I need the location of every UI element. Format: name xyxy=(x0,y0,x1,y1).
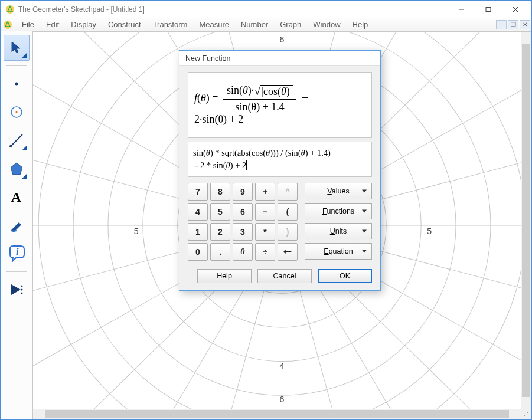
tool-text[interactable]: A xyxy=(4,184,30,210)
key-lparen[interactable]: ( xyxy=(278,203,298,221)
resize-grip-icon[interactable] xyxy=(521,409,531,419)
chevron-down-icon xyxy=(362,210,367,213)
menu-transform[interactable]: Transform xyxy=(147,19,194,30)
svg-rect-2 xyxy=(486,8,491,12)
horizontal-scrollbar[interactable] xyxy=(33,409,521,419)
key-1[interactable]: 1 xyxy=(188,223,208,241)
svg-point-8 xyxy=(15,111,17,113)
key-8[interactable]: 8 xyxy=(210,183,230,201)
chevron-corner-icon xyxy=(22,146,27,150)
svg-line-42 xyxy=(526,414,528,416)
svg-text:5: 5 xyxy=(134,227,139,236)
app-icon xyxy=(5,5,15,14)
tool-selection-arrow[interactable] xyxy=(4,35,30,61)
menu-display[interactable]: Display xyxy=(65,19,102,30)
toolbox: A i xyxy=(1,31,32,419)
key-9[interactable]: 9 xyxy=(233,183,253,201)
tool-marker[interactable] xyxy=(4,212,30,238)
dropdown-units[interactable]: Units xyxy=(305,223,372,239)
key-minus[interactable]: − xyxy=(255,203,275,221)
svg-point-14 xyxy=(21,289,22,291)
svg-marker-11 xyxy=(11,163,22,175)
key-3[interactable]: 3 xyxy=(233,223,253,241)
menu-help[interactable]: Help xyxy=(347,19,374,30)
key-caret[interactable]: ^ xyxy=(278,183,298,201)
menu-number[interactable]: Number xyxy=(235,19,274,30)
window-titlebar: The Geometer's Sketchpad - [Untitled 1] xyxy=(1,1,531,18)
chevron-down-icon xyxy=(362,230,367,233)
svg-point-13 xyxy=(21,286,22,287)
vertical-scrollbar[interactable] xyxy=(521,32,531,409)
keypad: 7 8 9 + ^ 4 5 6 − ( 1 2 3 * ) 0 . θ ÷ 🠔 xyxy=(188,183,298,261)
key-4[interactable]: 4 xyxy=(188,203,208,221)
ok-button[interactable]: OK xyxy=(318,269,372,283)
tool-straightedge[interactable] xyxy=(4,127,30,153)
menu-graph[interactable]: Graph xyxy=(274,19,307,30)
cancel-button[interactable]: Cancel xyxy=(257,269,312,283)
svg-line-9 xyxy=(11,134,22,146)
svg-text:6: 6 xyxy=(279,35,284,44)
formula-input[interactable]: sin(θ) * sqrt(abs(cos(θ))) / (sin(θ) + 1… xyxy=(188,142,372,177)
mdi-minimize-button[interactable]: — xyxy=(496,20,507,29)
menu-file[interactable]: File xyxy=(16,19,40,30)
chevron-corner-icon xyxy=(22,174,27,179)
dropdown-functions[interactable]: Functions xyxy=(305,203,372,219)
chevron-corner-icon xyxy=(22,53,27,58)
key-7[interactable]: 7 xyxy=(188,183,208,201)
key-backspace[interactable]: 🠔 xyxy=(278,243,298,261)
key-dot[interactable]: . xyxy=(210,243,230,261)
dropdown-values[interactable]: Values xyxy=(305,183,372,199)
key-rparen[interactable]: ) xyxy=(278,223,298,241)
menubar: File Edit Display Construct Transform Me… xyxy=(1,18,531,31)
svg-point-10 xyxy=(9,145,12,147)
tool-point[interactable] xyxy=(4,71,30,97)
mdi-restore-button[interactable]: ❐ xyxy=(508,20,518,29)
menu-edit[interactable]: Edit xyxy=(40,19,65,30)
key-divide[interactable]: ÷ xyxy=(255,243,275,261)
document-icon xyxy=(3,20,12,29)
chevron-down-icon xyxy=(362,190,367,193)
key-2[interactable]: 2 xyxy=(210,223,230,241)
chevron-down-icon xyxy=(362,250,367,253)
key-theta[interactable]: θ xyxy=(233,243,253,261)
svg-line-41 xyxy=(524,412,528,416)
window-maximize-button[interactable] xyxy=(475,1,502,18)
window-close-button[interactable] xyxy=(502,1,529,18)
svg-point-6 xyxy=(15,83,18,86)
new-function-dialog: New Function f(θ) = sin(θ)·√|cos(θ)| sin… xyxy=(179,50,381,291)
key-0[interactable]: 0 xyxy=(188,243,208,261)
mdi-close-button[interactable]: ✕ xyxy=(520,20,530,29)
key-plus[interactable]: + xyxy=(255,183,275,201)
svg-text:4: 4 xyxy=(279,361,284,370)
tool-custom-tools[interactable] xyxy=(4,277,30,303)
svg-point-15 xyxy=(21,293,22,294)
key-multiply[interactable]: * xyxy=(255,223,275,241)
tool-compass[interactable] xyxy=(4,99,30,125)
key-5[interactable]: 5 xyxy=(210,203,230,221)
tool-information[interactable]: i xyxy=(4,241,30,267)
svg-text:6: 6 xyxy=(279,395,284,404)
window-title: The Geometer's Sketchpad - [Untitled 1] xyxy=(18,5,448,14)
tool-polygon[interactable] xyxy=(4,156,30,182)
help-button[interactable]: Help xyxy=(197,269,252,283)
menu-measure[interactable]: Measure xyxy=(193,19,235,30)
svg-text:i: i xyxy=(16,247,19,257)
formula-preview: f(θ) = sin(θ)·√|cos(θ)| sin(θ) + 1.4 − 2… xyxy=(188,72,372,138)
window-minimize-button[interactable] xyxy=(448,1,475,18)
menu-construct[interactable]: Construct xyxy=(102,19,147,30)
svg-text:5: 5 xyxy=(427,227,432,236)
menu-window[interactable]: Window xyxy=(307,19,346,30)
key-6[interactable]: 6 xyxy=(233,203,253,221)
dropdown-equation[interactable]: Equation xyxy=(305,243,372,260)
dialog-title: New Function xyxy=(179,51,380,66)
